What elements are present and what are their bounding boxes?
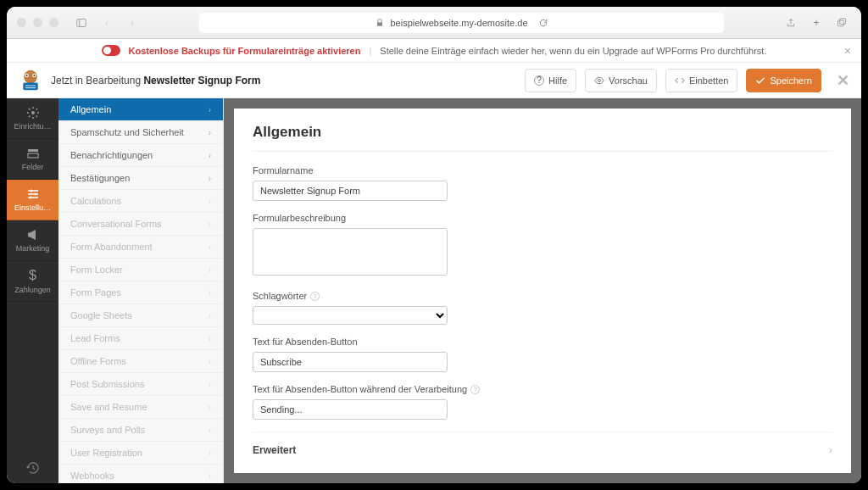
refresh-icon[interactable]	[538, 18, 548, 28]
sidebar-toggle-icon[interactable]	[72, 14, 91, 31]
lock-icon	[375, 18, 385, 28]
chevron-right-icon: ›	[209, 242, 211, 252]
check-icon	[755, 75, 765, 86]
tags-select[interactable]	[253, 306, 448, 325]
gear-icon	[26, 106, 40, 120]
sidebar-item-label: Bestätigungen	[70, 173, 130, 183]
sidebar-item-label: Spamschutz und Sicherheit	[70, 127, 184, 137]
chevron-right-icon: ›	[829, 444, 832, 456]
svg-rect-2	[377, 22, 382, 26]
svg-point-9	[33, 74, 35, 75]
sidebar-item-allgemein[interactable]: Allgemein›	[58, 98, 223, 121]
chevron-right-icon: ›	[209, 220, 211, 229]
history-icon	[26, 461, 40, 475]
rail-history[interactable]	[7, 453, 58, 483]
settings-panel: Allgemein Formularname Formularbeschreib…	[234, 109, 851, 473]
help-icon[interactable]: ?	[310, 292, 320, 301]
form-name-label: Formularname	[253, 165, 832, 175]
window-controls	[17, 18, 58, 27]
promo-toggle[interactable]	[102, 45, 120, 56]
megaphone-icon	[26, 228, 40, 242]
sidebar-item-label: Google Sheets	[70, 310, 132, 320]
chevron-right-icon: ›	[209, 426, 211, 435]
rail-setup[interactable]: Einrichtu…	[7, 98, 58, 139]
help-icon[interactable]: ?	[470, 385, 480, 394]
sidebar-item-spamschutz-und-sicherheit[interactable]: Spamschutz und Sicherheit›	[58, 121, 223, 144]
builder-rail: Einrichtu… Felder Einstellu… Marketing $…	[7, 98, 58, 483]
sidebar-item-benachrichtigungen[interactable]: Benachrichtigungen›	[58, 144, 223, 167]
sidebar-item-post-submissions[interactable]: Post Submissions›	[58, 373, 223, 396]
advanced-toggle[interactable]: Erweitert ›	[253, 432, 832, 461]
panel-title: Allgemein	[253, 124, 832, 152]
new-tab-icon[interactable]: +	[807, 14, 826, 31]
sidebar-item-label: Allgemein	[70, 104, 111, 114]
chevron-right-icon: ›	[209, 128, 211, 137]
rail-marketing[interactable]: Marketing	[7, 220, 58, 261]
submit-text-label: Text für Absenden-Button	[253, 337, 832, 347]
rail-fields[interactable]: Felder	[7, 139, 58, 180]
svg-rect-0	[77, 19, 86, 26]
svg-rect-4	[840, 18, 846, 24]
tabs-icon[interactable]	[832, 14, 851, 31]
sidebar-item-webhooks[interactable]: Webhooks›	[58, 465, 223, 483]
url-text: beispielwebseite.my-demosite.de	[390, 18, 527, 28]
sidebar-item-form-abandonment[interactable]: Form Abandonment›	[58, 236, 223, 259]
sidebar-item-form-pages[interactable]: Form Pages›	[58, 281, 223, 304]
back-button[interactable]: ‹	[97, 14, 116, 31]
chevron-right-icon: ›	[209, 288, 211, 298]
promo-text: Stelle deine Einträge einfach wieder her…	[380, 46, 766, 56]
sidebar-item-lead-forms[interactable]: Lead Forms›	[58, 327, 223, 350]
chevron-right-icon: ›	[209, 311, 211, 320]
form-desc-input[interactable]	[253, 228, 448, 276]
dollar-icon: $	[29, 268, 36, 283]
promo-close-icon[interactable]: ×	[844, 44, 851, 58]
rail-settings[interactable]: Einstellu…	[7, 180, 58, 220]
sidebar-item-label: Form Pages	[70, 287, 121, 298]
sidebar-item-label: Webhooks	[70, 471, 114, 481]
sidebar-item-bestätigungen[interactable]: Bestätigungen›	[58, 167, 223, 190]
close-builder-icon[interactable]: ✕	[837, 71, 849, 90]
share-icon[interactable]	[782, 14, 800, 31]
sidebar-item-label: Save and Resume	[70, 402, 147, 412]
sidebar-item-google-sheets[interactable]: Google Sheets›	[58, 304, 223, 327]
chevron-right-icon: ›	[209, 448, 211, 458]
svg-point-20	[34, 193, 36, 196]
help-button[interactable]: ? Hilfe	[525, 69, 576, 92]
svg-point-22	[29, 197, 31, 199]
svg-rect-16	[28, 153, 38, 158]
sidebar-item-offline-forms[interactable]: Offline Forms›	[58, 350, 223, 373]
sidebar-item-label: User Registration	[70, 448, 142, 458]
submit-processing-label: Text für Absenden-Button während der Ver…	[253, 384, 467, 394]
form-name-input[interactable]	[253, 181, 448, 201]
sidebar-item-label: Post Submissions	[70, 379, 144, 389]
sidebar-item-user-registration[interactable]: User Registration›	[58, 442, 223, 465]
sidebar-item-surveys-and-polls[interactable]: Surveys and Polls›	[58, 419, 223, 442]
url-bar[interactable]: beispielwebseite.my-demosite.de	[199, 13, 724, 33]
close-window-icon[interactable]	[17, 18, 26, 27]
fields-icon	[26, 147, 40, 160]
chevron-right-icon: ›	[209, 380, 211, 389]
eye-icon	[594, 75, 604, 86]
sidebar-item-save-and-resume[interactable]: Save and Resume›	[58, 396, 223, 419]
svg-point-13	[598, 79, 601, 81]
sidebar-item-conversational-forms[interactable]: Conversational Forms›	[58, 213, 223, 236]
code-icon	[675, 75, 685, 86]
submit-processing-input[interactable]	[253, 399, 448, 420]
chevron-right-icon: ›	[209, 265, 211, 275]
app-header: Jetzt in Bearbeitung Newsletter Signup F…	[7, 63, 861, 98]
maximize-window-icon[interactable]	[49, 18, 58, 27]
preview-button[interactable]: Vorschau	[585, 69, 657, 92]
sidebar-item-label: Calculations	[70, 196, 121, 206]
sidebar-item-calculations[interactable]: Calculations›	[58, 190, 223, 213]
save-button[interactable]: Speichern	[746, 69, 821, 92]
embed-button[interactable]: Einbetten	[665, 69, 737, 92]
rail-payments[interactable]: $ Zahlungen	[7, 261, 58, 302]
svg-point-8	[26, 74, 28, 75]
promo-title: Kostenlose Backups für Formulareinträge …	[129, 46, 361, 56]
submit-text-input[interactable]	[253, 352, 448, 372]
chevron-right-icon: ›	[209, 471, 211, 481]
forward-button[interactable]: ›	[123, 14, 142, 31]
settings-sidebar: Allgemein›Spamschutz und Sicherheit›Bena…	[58, 98, 224, 483]
minimize-window-icon[interactable]	[33, 18, 42, 27]
sidebar-item-form-locker[interactable]: Form Locker›	[58, 259, 223, 281]
